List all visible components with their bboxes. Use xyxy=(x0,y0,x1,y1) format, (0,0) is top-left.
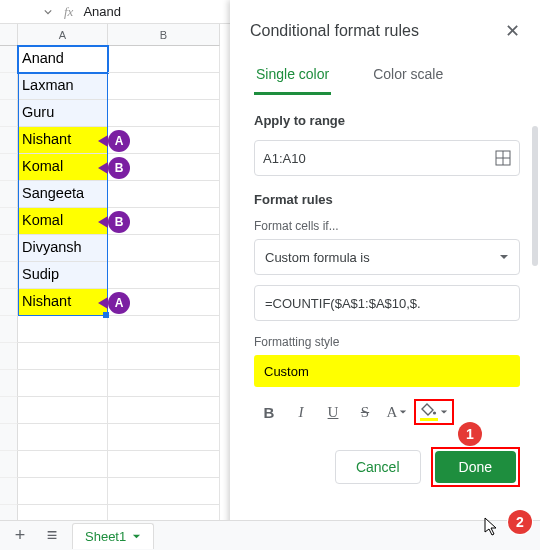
tab-single-color[interactable]: Single color xyxy=(254,60,331,95)
cell[interactable]: Nishant xyxy=(18,289,108,316)
cell[interactable]: Sangeeta xyxy=(18,181,108,208)
sheet-tab[interactable]: Sheet1 xyxy=(72,523,154,549)
all-sheets-button[interactable]: ≡ xyxy=(40,525,64,546)
cell[interactable]: Anand xyxy=(18,46,108,73)
cell[interactable] xyxy=(108,73,220,100)
cell[interactable]: Komal xyxy=(18,154,108,181)
cell[interactable] xyxy=(108,235,220,262)
text-color-button[interactable]: A xyxy=(382,397,412,427)
cell[interactable]: Guru xyxy=(18,100,108,127)
formula-input[interactable]: =COUNTIF($A$1:$A$10,$. xyxy=(254,285,520,321)
annotation-pill: A xyxy=(98,130,130,152)
cell[interactable]: Nishant xyxy=(18,127,108,154)
annotation-1: 1 xyxy=(458,422,482,446)
cell[interactable] xyxy=(108,451,220,478)
cell[interactable]: Laxman xyxy=(18,73,108,100)
style-label: Formatting style xyxy=(254,335,520,349)
cell[interactable] xyxy=(18,343,108,370)
cell[interactable] xyxy=(18,397,108,424)
condition-value: Custom formula is xyxy=(265,250,370,265)
format-toolbar: B I U S A xyxy=(254,395,520,429)
sheet-tab-bar: + ≡ Sheet1 xyxy=(0,520,540,550)
cell[interactable] xyxy=(108,262,220,289)
formula-value: =COUNTIF($A$1:$A$10,$. xyxy=(265,296,421,311)
paint-bucket-icon xyxy=(421,403,437,417)
cell[interactable] xyxy=(108,397,220,424)
strike-button[interactable]: S xyxy=(350,397,380,427)
fill-color-button[interactable] xyxy=(414,399,454,425)
annotation-pill: B xyxy=(98,211,130,233)
fx-value[interactable]: Anand xyxy=(83,4,121,19)
cell[interactable] xyxy=(108,370,220,397)
cell[interactable] xyxy=(18,478,108,505)
close-icon[interactable]: ✕ xyxy=(501,16,524,46)
done-button[interactable]: Done xyxy=(435,451,516,483)
format-rules-label: Format rules xyxy=(254,192,520,207)
fx-label: fx xyxy=(64,4,73,20)
cell[interactable] xyxy=(18,451,108,478)
style-preview[interactable]: Custom xyxy=(254,355,520,387)
italic-button[interactable]: I xyxy=(286,397,316,427)
cell[interactable]: Komal xyxy=(18,208,108,235)
cell[interactable] xyxy=(18,505,108,520)
add-sheet-button[interactable]: + xyxy=(8,525,32,546)
bold-button[interactable]: B xyxy=(254,397,284,427)
apply-range-label: Apply to range xyxy=(254,113,520,128)
cell[interactable] xyxy=(108,46,220,73)
cell[interactable] xyxy=(108,181,220,208)
range-input[interactable]: A1:A10 xyxy=(254,140,520,176)
cell[interactable] xyxy=(18,370,108,397)
range-value: A1:A10 xyxy=(263,151,306,166)
annotation-2: 2 xyxy=(508,510,532,534)
cell[interactable] xyxy=(108,343,220,370)
cell[interactable] xyxy=(108,424,220,451)
name-box[interactable] xyxy=(6,8,52,16)
annotation-pill: A xyxy=(98,292,130,314)
cell[interactable]: Divyansh xyxy=(18,235,108,262)
cell[interactable] xyxy=(108,100,220,127)
col-header-a[interactable]: A xyxy=(18,24,108,46)
cell[interactable]: Sudip xyxy=(18,262,108,289)
cell[interactable] xyxy=(108,505,220,520)
grid-icon[interactable] xyxy=(495,150,511,166)
cell[interactable] xyxy=(108,478,220,505)
tab-color-scale[interactable]: Color scale xyxy=(371,60,445,95)
col-header-b[interactable]: B xyxy=(108,24,220,46)
condition-dropdown[interactable]: Custom formula is xyxy=(254,239,520,275)
cell[interactable] xyxy=(108,316,220,343)
annotation-pill: B xyxy=(98,157,130,179)
cells-if-label: Format cells if... xyxy=(254,219,520,233)
conditional-format-panel: Conditional format rules ✕ Single color … xyxy=(230,0,540,550)
cell[interactable] xyxy=(18,316,108,343)
panel-scrollbar[interactable] xyxy=(532,126,538,266)
svg-point-3 xyxy=(433,411,436,414)
cancel-button[interactable]: Cancel xyxy=(335,450,421,484)
panel-title: Conditional format rules xyxy=(250,22,419,40)
cell[interactable] xyxy=(18,424,108,451)
underline-button[interactable]: U xyxy=(318,397,348,427)
